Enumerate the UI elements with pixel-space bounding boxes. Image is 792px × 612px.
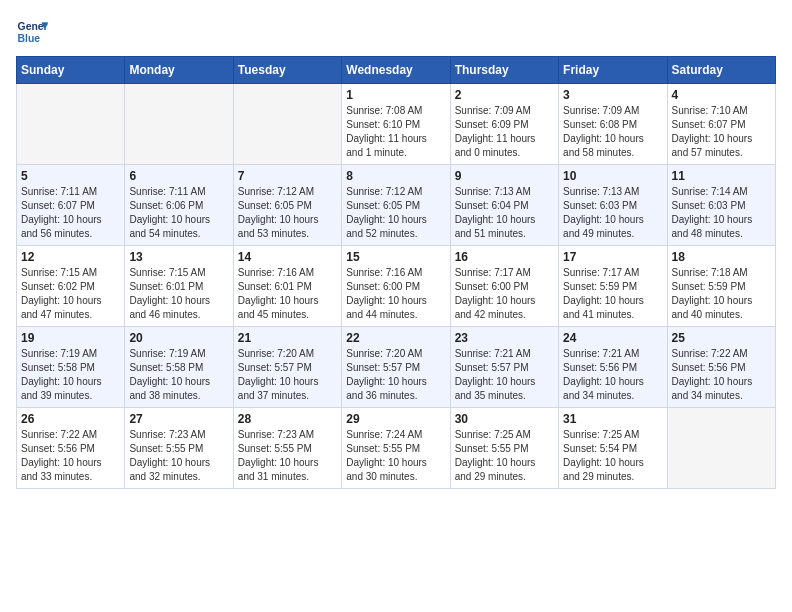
logo-icon: General Blue <box>16 16 48 48</box>
date-number: 13 <box>129 250 228 264</box>
date-number: 21 <box>238 331 337 345</box>
day-info: Sunrise: 7:25 AMSunset: 5:55 PMDaylight:… <box>455 428 554 484</box>
day-info: Sunrise: 7:08 AMSunset: 6:10 PMDaylight:… <box>346 104 445 160</box>
calendar-cell: 16Sunrise: 7:17 AMSunset: 6:00 PMDayligh… <box>450 246 558 327</box>
calendar-cell: 2Sunrise: 7:09 AMSunset: 6:09 PMDaylight… <box>450 84 558 165</box>
date-number: 18 <box>672 250 771 264</box>
calendar-cell: 17Sunrise: 7:17 AMSunset: 5:59 PMDayligh… <box>559 246 667 327</box>
calendar-cell <box>17 84 125 165</box>
date-number: 14 <box>238 250 337 264</box>
calendar-cell: 25Sunrise: 7:22 AMSunset: 5:56 PMDayligh… <box>667 327 775 408</box>
calendar-cell: 8Sunrise: 7:12 AMSunset: 6:05 PMDaylight… <box>342 165 450 246</box>
calendar-cell: 13Sunrise: 7:15 AMSunset: 6:01 PMDayligh… <box>125 246 233 327</box>
date-number: 16 <box>455 250 554 264</box>
day-info: Sunrise: 7:14 AMSunset: 6:03 PMDaylight:… <box>672 185 771 241</box>
day-header-wednesday: Wednesday <box>342 57 450 84</box>
day-info: Sunrise: 7:20 AMSunset: 5:57 PMDaylight:… <box>346 347 445 403</box>
calendar-cell: 10Sunrise: 7:13 AMSunset: 6:03 PMDayligh… <box>559 165 667 246</box>
date-number: 11 <box>672 169 771 183</box>
week-row-3: 12Sunrise: 7:15 AMSunset: 6:02 PMDayligh… <box>17 246 776 327</box>
date-number: 4 <box>672 88 771 102</box>
calendar-header: SundayMondayTuesdayWednesdayThursdayFrid… <box>17 57 776 84</box>
week-row-1: 1Sunrise: 7:08 AMSunset: 6:10 PMDaylight… <box>17 84 776 165</box>
calendar-cell: 20Sunrise: 7:19 AMSunset: 5:58 PMDayligh… <box>125 327 233 408</box>
day-header-thursday: Thursday <box>450 57 558 84</box>
day-info: Sunrise: 7:12 AMSunset: 6:05 PMDaylight:… <box>346 185 445 241</box>
date-number: 20 <box>129 331 228 345</box>
date-number: 12 <box>21 250 120 264</box>
day-header-friday: Friday <box>559 57 667 84</box>
calendar-cell: 21Sunrise: 7:20 AMSunset: 5:57 PMDayligh… <box>233 327 341 408</box>
calendar-cell: 14Sunrise: 7:16 AMSunset: 6:01 PMDayligh… <box>233 246 341 327</box>
date-number: 5 <box>21 169 120 183</box>
day-info: Sunrise: 7:09 AMSunset: 6:09 PMDaylight:… <box>455 104 554 160</box>
day-info: Sunrise: 7:23 AMSunset: 5:55 PMDaylight:… <box>238 428 337 484</box>
calendar-cell: 18Sunrise: 7:18 AMSunset: 5:59 PMDayligh… <box>667 246 775 327</box>
page-header: General Blue <box>16 16 776 48</box>
calendar-cell: 30Sunrise: 7:25 AMSunset: 5:55 PMDayligh… <box>450 408 558 489</box>
day-info: Sunrise: 7:17 AMSunset: 6:00 PMDaylight:… <box>455 266 554 322</box>
date-number: 17 <box>563 250 662 264</box>
day-info: Sunrise: 7:13 AMSunset: 6:04 PMDaylight:… <box>455 185 554 241</box>
day-info: Sunrise: 7:10 AMSunset: 6:07 PMDaylight:… <box>672 104 771 160</box>
date-number: 1 <box>346 88 445 102</box>
day-header-saturday: Saturday <box>667 57 775 84</box>
calendar-cell <box>233 84 341 165</box>
week-row-2: 5Sunrise: 7:11 AMSunset: 6:07 PMDaylight… <box>17 165 776 246</box>
date-number: 30 <box>455 412 554 426</box>
calendar-cell: 6Sunrise: 7:11 AMSunset: 6:06 PMDaylight… <box>125 165 233 246</box>
calendar-cell: 24Sunrise: 7:21 AMSunset: 5:56 PMDayligh… <box>559 327 667 408</box>
calendar-cell <box>125 84 233 165</box>
date-number: 29 <box>346 412 445 426</box>
date-number: 28 <box>238 412 337 426</box>
date-number: 9 <box>455 169 554 183</box>
calendar-cell: 22Sunrise: 7:20 AMSunset: 5:57 PMDayligh… <box>342 327 450 408</box>
day-info: Sunrise: 7:11 AMSunset: 6:07 PMDaylight:… <box>21 185 120 241</box>
calendar-cell: 28Sunrise: 7:23 AMSunset: 5:55 PMDayligh… <box>233 408 341 489</box>
day-info: Sunrise: 7:25 AMSunset: 5:54 PMDaylight:… <box>563 428 662 484</box>
week-row-5: 26Sunrise: 7:22 AMSunset: 5:56 PMDayligh… <box>17 408 776 489</box>
calendar-cell: 27Sunrise: 7:23 AMSunset: 5:55 PMDayligh… <box>125 408 233 489</box>
calendar-cell: 19Sunrise: 7:19 AMSunset: 5:58 PMDayligh… <box>17 327 125 408</box>
date-number: 19 <box>21 331 120 345</box>
date-number: 25 <box>672 331 771 345</box>
logo: General Blue <box>16 16 52 48</box>
calendar-cell: 1Sunrise: 7:08 AMSunset: 6:10 PMDaylight… <box>342 84 450 165</box>
date-number: 31 <box>563 412 662 426</box>
date-number: 7 <box>238 169 337 183</box>
date-number: 27 <box>129 412 228 426</box>
calendar-cell: 5Sunrise: 7:11 AMSunset: 6:07 PMDaylight… <box>17 165 125 246</box>
calendar-table: SundayMondayTuesdayWednesdayThursdayFrid… <box>16 56 776 489</box>
date-number: 3 <box>563 88 662 102</box>
calendar-cell: 11Sunrise: 7:14 AMSunset: 6:03 PMDayligh… <box>667 165 775 246</box>
day-info: Sunrise: 7:12 AMSunset: 6:05 PMDaylight:… <box>238 185 337 241</box>
calendar-cell: 23Sunrise: 7:21 AMSunset: 5:57 PMDayligh… <box>450 327 558 408</box>
day-info: Sunrise: 7:24 AMSunset: 5:55 PMDaylight:… <box>346 428 445 484</box>
day-info: Sunrise: 7:23 AMSunset: 5:55 PMDaylight:… <box>129 428 228 484</box>
calendar-cell: 26Sunrise: 7:22 AMSunset: 5:56 PMDayligh… <box>17 408 125 489</box>
svg-text:Blue: Blue <box>18 33 41 44</box>
day-info: Sunrise: 7:16 AMSunset: 6:00 PMDaylight:… <box>346 266 445 322</box>
day-info: Sunrise: 7:16 AMSunset: 6:01 PMDaylight:… <box>238 266 337 322</box>
header-row: SundayMondayTuesdayWednesdayThursdayFrid… <box>17 57 776 84</box>
day-info: Sunrise: 7:11 AMSunset: 6:06 PMDaylight:… <box>129 185 228 241</box>
day-header-sunday: Sunday <box>17 57 125 84</box>
date-number: 8 <box>346 169 445 183</box>
day-info: Sunrise: 7:18 AMSunset: 5:59 PMDaylight:… <box>672 266 771 322</box>
calendar-cell: 31Sunrise: 7:25 AMSunset: 5:54 PMDayligh… <box>559 408 667 489</box>
date-number: 2 <box>455 88 554 102</box>
calendar-cell: 15Sunrise: 7:16 AMSunset: 6:00 PMDayligh… <box>342 246 450 327</box>
date-number: 24 <box>563 331 662 345</box>
date-number: 23 <box>455 331 554 345</box>
day-info: Sunrise: 7:21 AMSunset: 5:57 PMDaylight:… <box>455 347 554 403</box>
day-info: Sunrise: 7:09 AMSunset: 6:08 PMDaylight:… <box>563 104 662 160</box>
week-row-4: 19Sunrise: 7:19 AMSunset: 5:58 PMDayligh… <box>17 327 776 408</box>
day-header-monday: Monday <box>125 57 233 84</box>
day-info: Sunrise: 7:22 AMSunset: 5:56 PMDaylight:… <box>21 428 120 484</box>
date-number: 6 <box>129 169 228 183</box>
calendar-cell <box>667 408 775 489</box>
calendar-cell: 12Sunrise: 7:15 AMSunset: 6:02 PMDayligh… <box>17 246 125 327</box>
day-info: Sunrise: 7:15 AMSunset: 6:01 PMDaylight:… <box>129 266 228 322</box>
day-info: Sunrise: 7:19 AMSunset: 5:58 PMDaylight:… <box>21 347 120 403</box>
day-info: Sunrise: 7:13 AMSunset: 6:03 PMDaylight:… <box>563 185 662 241</box>
